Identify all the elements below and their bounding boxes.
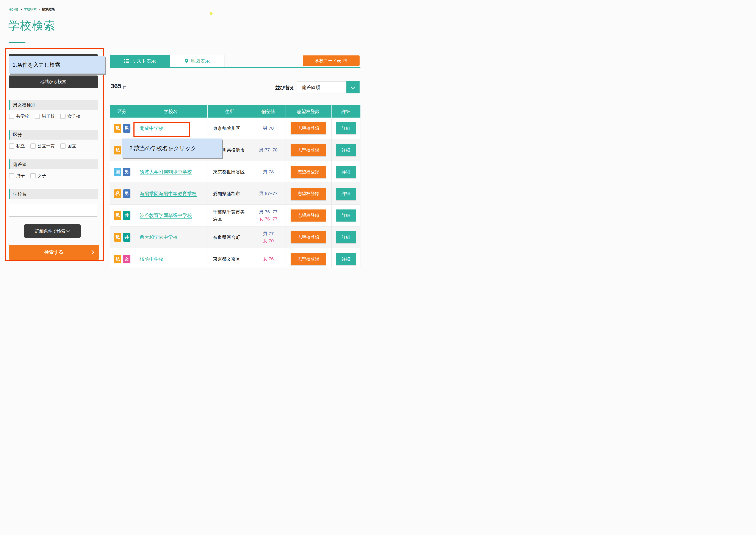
chevron-down-icon <box>351 85 355 89</box>
category-badge: 男 <box>123 124 130 133</box>
checkbox-row: 男子女子 <box>9 173 98 179</box>
checkbox-label: 公立一貫 <box>38 143 55 149</box>
table-row: 私共西大和学園中学校奈良県河合町男:77女:70志望校登録詳細 <box>110 227 361 248</box>
chevron-down-icon <box>66 229 70 233</box>
advanced-search-button[interactable]: 詳細条件で検索 <box>24 224 81 238</box>
category-badge: 男 <box>123 189 130 198</box>
address-cell: 奈良県河合町 <box>208 227 251 248</box>
checkbox-option[interactable]: 国立 <box>60 143 76 149</box>
header-detail: 詳細 <box>332 105 361 118</box>
breadcrumb-current: 検索結果 <box>42 7 55 12</box>
register-school-button[interactable]: 志望校登録 <box>291 166 326 178</box>
detail-button[interactable]: 詳細 <box>336 122 356 134</box>
yellow-dot-marker <box>210 12 213 15</box>
title-underline <box>9 42 25 43</box>
checkbox[interactable] <box>9 143 14 149</box>
search-submit-button[interactable]: 検索する <box>9 245 99 260</box>
breadcrumb-search-link[interactable]: 学校検索 <box>24 7 37 12</box>
checkbox-row: 共学校男子校女子校 <box>9 113 98 119</box>
register-school-button[interactable]: 志望校登録 <box>291 253 326 265</box>
sort-dropdown-value: 偏差値順 <box>302 84 320 90</box>
deviation-cell: 男:57~77 <box>251 183 285 204</box>
deviation-cell: 男:78 <box>251 161 285 183</box>
breadcrumb-home-link[interactable]: HOME <box>9 8 18 11</box>
school-name-link[interactable]: 西大和学園中学校 <box>140 234 177 240</box>
category-cell: 国男 <box>110 161 134 183</box>
school-name-input[interactable] <box>9 204 97 216</box>
filter-group-title: 区分 <box>9 130 98 140</box>
checkbox-label: 女子校 <box>68 113 80 119</box>
checkbox-label: 共学校 <box>16 113 29 119</box>
tab-map-view[interactable]: 地図表示 <box>170 55 225 67</box>
school-name-link[interactable]: 海陽学園海陽中等教育学校 <box>140 190 197 197</box>
detail-button[interactable]: 詳細 <box>336 166 356 178</box>
deviation-cell: 男:77~78 <box>251 139 285 161</box>
deviation-score: 男:78 <box>263 168 274 175</box>
category-badge: 私 <box>114 211 122 220</box>
register-cell: 志望校登録 <box>285 205 332 226</box>
breadcrumb: HOME > 学校検索 > 検索結果 <box>9 7 55 12</box>
checkbox-option[interactable]: 女子 <box>30 173 46 179</box>
deviation-score: 女:70 <box>263 237 274 244</box>
register-cell: 志望校登録 <box>285 183 332 204</box>
school-name-link[interactable]: 桜蔭中学校 <box>140 256 163 262</box>
checkbox-option[interactable]: 男子校 <box>35 113 55 119</box>
checkbox-option[interactable]: 共学校 <box>9 113 29 119</box>
detail-cell: 詳細 <box>332 227 361 248</box>
table-row: 私共渋谷教育学園幕張中学校千葉県千葉市美浜区男:76~77女:76~77志望校登… <box>110 205 361 227</box>
detail-button[interactable]: 詳細 <box>336 188 356 200</box>
header-deviation: 偏差値 <box>251 105 285 118</box>
deviation-cell: 男:76~77女:76~77 <box>251 205 285 226</box>
deviation-score: 男:76~77 <box>259 209 278 215</box>
checkbox[interactable] <box>9 114 14 119</box>
page-title: 学校検索 <box>8 18 56 33</box>
advanced-search-label: 詳細条件で検索 <box>35 228 65 234</box>
filter-group: 男女校種別共学校男子校女子校 <box>9 100 98 119</box>
breadcrumb-separator: > <box>20 8 22 11</box>
register-school-button[interactable]: 志望校登録 <box>291 231 326 243</box>
deviation-score: 男:57~77 <box>259 190 278 197</box>
register-cell: 志望校登録 <box>285 248 332 268</box>
register-school-button[interactable]: 志望校登録 <box>291 144 326 156</box>
detail-button[interactable]: 詳細 <box>336 144 356 156</box>
deviation-score: 男:77 <box>263 230 274 237</box>
checkbox[interactable] <box>60 143 66 149</box>
header-category: 区分 <box>110 105 134 118</box>
detail-button[interactable]: 詳細 <box>336 231 356 243</box>
tab-list-view[interactable]: リスト表示 <box>110 55 170 67</box>
school-name-link[interactable]: 渋谷教育学園幕張中学校 <box>140 212 192 219</box>
checkbox[interactable] <box>9 173 14 179</box>
checkbox[interactable] <box>30 173 36 179</box>
school-name-cell: 桜蔭中学校 <box>134 248 208 268</box>
document-icon <box>343 59 347 63</box>
checkbox-option[interactable]: 女子校 <box>60 113 80 119</box>
checkbox-option[interactable]: 私立 <box>9 143 25 149</box>
checkbox-option[interactable]: 公立一貫 <box>30 143 55 149</box>
result-count-number: 365 <box>111 82 122 90</box>
checkbox-option[interactable]: 男子 <box>9 173 25 179</box>
category-badge: 私 <box>114 124 122 133</box>
detail-button[interactable]: 詳細 <box>336 253 356 265</box>
table-row: 私男海陽学園海陽中等教育学校愛知県蒲郡市男:57~77志望校登録詳細 <box>110 183 361 205</box>
category-badge: 私 <box>114 255 122 264</box>
category-cell: 私女 <box>110 248 134 268</box>
detail-cell: 詳細 <box>332 205 361 226</box>
area-search-button[interactable]: 地域から検索 <box>9 75 98 88</box>
checkbox[interactable] <box>35 114 40 119</box>
checkbox-label: 男子 <box>16 173 25 179</box>
checkbox[interactable] <box>30 143 36 149</box>
school-code-button[interactable]: 学校コード表 <box>303 55 360 66</box>
chevron-right-icon <box>90 250 94 254</box>
register-school-button[interactable]: 志望校登録 <box>291 188 326 200</box>
result-count: 365 件 <box>111 82 126 90</box>
category-cell: 私男 <box>110 183 134 204</box>
register-school-button[interactable]: 志望校登録 <box>291 210 326 222</box>
register-school-button[interactable]: 志望校登録 <box>291 122 326 134</box>
header-register: 志望校登録 <box>285 105 332 118</box>
sort-dropdown[interactable]: 偏差値順 <box>297 81 346 94</box>
detail-button[interactable]: 詳細 <box>336 210 356 222</box>
checkbox[interactable] <box>60 114 66 119</box>
table-header-row: 区分 学校名 住所 偏差値 志望校登録 詳細 <box>110 105 361 118</box>
sort-dropdown-chevron-button[interactable] <box>346 81 360 94</box>
school-name-link[interactable]: 筑波大学附属駒場中学校 <box>140 169 192 175</box>
